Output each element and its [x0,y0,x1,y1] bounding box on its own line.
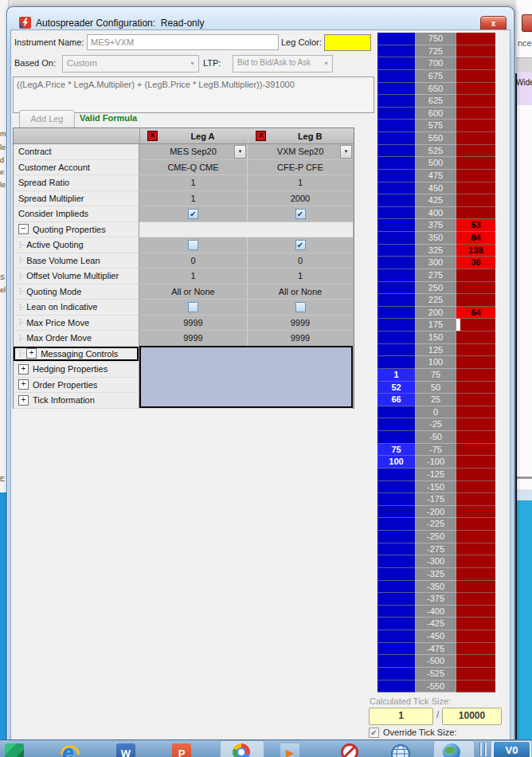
ask-cell[interactable] [456,630,495,643]
override-tick-size-checkbox[interactable]: ✔ [369,728,379,738]
value-cell-leg-a[interactable]: 1 [139,269,248,284]
ask-cell[interactable] [456,593,495,606]
checkbox-cell-leg-b[interactable]: ✔ [248,206,353,222]
row-label-cell[interactable]: ┆··Active Quoting [14,237,139,253]
earth-globe-icon[interactable] [443,743,460,757]
row-label-cell[interactable]: ┆··Offset Volume Multiplier [14,269,139,284]
ask-cell[interactable]: 53 [456,219,495,232]
price-cell[interactable]: 25 [415,394,456,406]
bid-cell[interactable] [377,294,415,307]
add-leg-button[interactable]: Add Leg [19,110,75,129]
ask-cell[interactable] [456,493,495,506]
expand-icon[interactable]: + [18,364,29,375]
price-cell[interactable]: 350 [415,232,456,245]
media-player-icon[interactable]: ▶ [280,743,299,757]
price-cell[interactable]: -100 [415,456,456,469]
ask-cell[interactable]: 138 [456,245,495,257]
bid-cell[interactable] [377,33,415,45]
ask-cell[interactable] [456,344,495,357]
ask-cell[interactable] [456,431,495,444]
contract-select-leg-b[interactable]: VXM Sep20▼ [248,144,353,160]
bid-cell[interactable] [377,57,415,70]
ask-cell[interactable] [456,356,495,369]
ask-cell[interactable] [456,481,495,494]
value-cell-leg-b[interactable]: 1 [248,269,353,284]
price-cell[interactable]: -425 [415,618,456,630]
checked-checkbox[interactable]: ✔ [295,209,306,219]
bid-cell[interactable] [377,344,415,357]
value-cell-leg-a[interactable]: 0 [139,253,248,269]
checked-checkbox[interactable]: ✔ [188,209,198,219]
ask-cell[interactable] [456,108,495,120]
bid-cell[interactable] [377,219,415,232]
ask-cell[interactable] [456,581,495,594]
word-icon[interactable]: W [116,743,135,757]
price-cell[interactable]: 75 [415,369,456,382]
price-cell[interactable]: -50 [415,431,456,444]
ask-cell[interactable] [456,643,495,656]
bid-cell[interactable] [377,83,415,96]
ask-cell[interactable] [456,145,495,158]
price-cell[interactable]: 650 [415,83,456,96]
leg-color-swatch[interactable] [324,34,371,51]
unchecked-checkbox[interactable] [188,302,198,312]
row-label-cell[interactable]: Customer Account [14,160,139,176]
price-cell[interactable]: -375 [415,593,456,606]
bid-cell[interactable] [377,307,415,320]
ask-cell[interactable] [456,207,495,220]
expand-icon[interactable]: + [18,395,29,406]
ask-cell[interactable] [456,170,495,182]
bid-cell[interactable] [377,481,415,494]
price-cell[interactable]: -250 [415,531,456,543]
price-cell[interactable]: 375 [415,219,456,232]
price-cell[interactable]: 0 [415,406,456,419]
price-cell[interactable]: -325 [415,568,456,581]
price-cell[interactable]: 450 [415,182,456,195]
powerpoint-icon[interactable]: P [172,743,191,757]
leg-b-header-cell[interactable]: X Leg B [248,128,354,143]
value-cell-leg-b[interactable]: 0 [248,253,353,269]
price-cell[interactable]: -125 [415,469,456,481]
ask-cell[interactable] [456,57,495,70]
price-cell[interactable]: -525 [415,668,456,681]
contract-select-leg-a[interactable]: MES Sep20▼ [139,144,248,160]
ask-cell[interactable] [456,331,495,344]
based-on-select[interactable]: Custom ▼ [62,55,199,73]
bid-cell[interactable]: 66 [377,394,415,406]
ask-cell[interactable] [456,269,495,282]
price-cell[interactable]: 700 [415,57,456,70]
ask-cell[interactable] [456,555,495,568]
price-cell[interactable]: 100 [415,356,456,369]
price-cell[interactable]: 425 [415,194,456,207]
row-label-cell[interactable]: ┆··+Messaging Controls [14,347,139,363]
ask-cell[interactable] [456,70,495,83]
row-label-cell[interactable]: ┆··Quoting Mode [14,284,139,300]
bid-cell[interactable] [377,506,415,519]
ask-cell[interactable] [456,182,495,195]
ask-cell[interactable] [456,319,495,331]
ask-cell[interactable] [456,406,495,419]
row-label-cell[interactable]: Contract [14,144,139,160]
row-label-cell[interactable]: Spread Multiplier [14,191,139,207]
bid-cell[interactable] [377,630,415,643]
bid-cell[interactable] [377,681,415,693]
row-label-cell[interactable]: ┆··Max Price Move [14,316,139,331]
bid-cell[interactable]: 100 [377,456,415,469]
bid-cell[interactable] [377,257,415,269]
price-cell[interactable]: -25 [415,418,456,431]
ask-cell[interactable] [456,456,495,469]
ltp-select[interactable]: Bid to Bid/Ask to Ask ▼ [233,55,333,73]
checkbox-cell-leg-a[interactable] [139,237,248,253]
bid-cell[interactable] [377,493,415,506]
collapse-icon[interactable]: − [18,224,29,234]
v0-taskbar-tile[interactable]: V0 [491,740,532,757]
ask-cell[interactable]: 64 [456,307,495,320]
row-label-cell[interactable]: +Tick Information [14,393,139,409]
checkbox-cell-leg-b[interactable] [248,300,353,316]
bid-cell[interactable] [377,120,415,132]
price-cell[interactable]: 125 [415,344,456,357]
price-cell[interactable]: -550 [415,681,456,693]
ask-cell[interactable]: 36 [456,257,495,269]
wireframe-globe-icon[interactable] [390,743,411,757]
price-cell[interactable]: 150 [415,331,456,344]
